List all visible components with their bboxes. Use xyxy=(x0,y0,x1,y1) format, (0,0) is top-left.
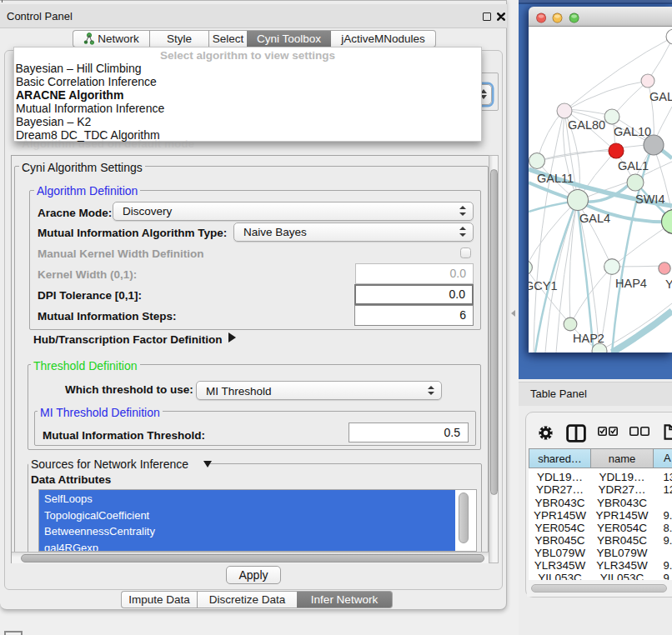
svg-text:YJL: YJL xyxy=(665,278,672,291)
svg-text:GAL80: GAL80 xyxy=(568,118,605,132)
svg-text:GAL1: GAL1 xyxy=(618,159,649,172)
svg-text:GAL10: GAL10 xyxy=(614,125,651,138)
svg-text:GAL4: GAL4 xyxy=(579,212,610,225)
svg-text:GAL11: GAL11 xyxy=(537,172,574,185)
svg-text:HAP4: HAP4 xyxy=(615,277,647,290)
svg-text:SWI4: SWI4 xyxy=(635,192,664,206)
svg-text:GAL7: GAL7 xyxy=(649,90,672,103)
svg-text:HAP2: HAP2 xyxy=(573,332,604,345)
svg-text:GCY1: GCY1 xyxy=(529,279,558,292)
